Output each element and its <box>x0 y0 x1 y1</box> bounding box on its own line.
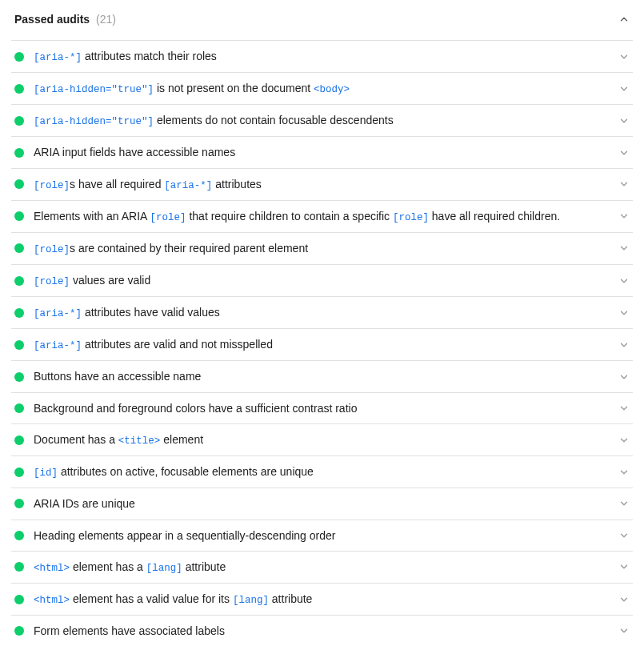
code-token: [role] <box>34 180 70 191</box>
chevron-down-icon <box>618 371 630 383</box>
status-pass-icon <box>14 148 24 158</box>
audit-description: Form elements have associated labels <box>34 623 609 639</box>
chevron-up-icon <box>618 14 630 25</box>
chevron-down-icon <box>618 147 630 158</box>
audit-item[interactable]: Document has a <title> element <box>11 424 633 456</box>
audit-list: [aria-*] attributes match their roles[ar… <box>11 40 633 646</box>
status-pass-icon <box>14 116 24 126</box>
audit-item[interactable]: ARIA input fields have accessible names <box>11 137 633 168</box>
code-token: [lang] <box>233 595 269 606</box>
code-token: [aria-*] <box>34 340 82 351</box>
code-token: [id] <box>34 467 58 479</box>
audit-description: [aria-hidden="true"] elements do not con… <box>34 112 609 129</box>
code-token: [role] <box>393 212 429 223</box>
audit-item[interactable]: [role]s are contained by their required … <box>11 233 633 265</box>
chevron-down-icon <box>618 625 630 636</box>
audit-description: Elements with an ARIA [role] that requir… <box>34 208 609 225</box>
code-token: <title> <box>118 435 161 447</box>
chevron-down-icon <box>618 307 630 319</box>
audit-item[interactable]: [aria-*] attributes match their roles <box>11 41 633 73</box>
code-token: [aria-hidden="true"] <box>34 84 154 95</box>
passed-audits-header[interactable]: Passed audits (21) <box>11 6 633 40</box>
chevron-down-icon <box>618 435 630 446</box>
audit-item[interactable]: [role] values are valid <box>11 265 633 297</box>
code-token: [aria-*] <box>34 52 82 63</box>
status-pass-icon <box>14 276 24 286</box>
audit-item[interactable]: Elements with an ARIA [role] that requir… <box>11 201 633 233</box>
audit-description: [id] attributes on active, focusable ele… <box>34 463 609 480</box>
audit-item[interactable]: [aria-hidden="true"] elements do not con… <box>11 105 633 137</box>
audit-description: [role]s are contained by their required … <box>34 240 609 257</box>
audit-description: [aria-*] attributes match their roles <box>34 48 609 65</box>
audit-description: Document has a <title> element <box>34 431 609 448</box>
chevron-down-icon <box>618 275 630 287</box>
status-pass-icon <box>14 308 24 318</box>
chevron-down-icon <box>618 467 630 478</box>
code-token: [role] <box>34 244 70 255</box>
audit-description: ARIA input fields have accessible names <box>34 144 609 160</box>
status-pass-icon <box>14 562 24 572</box>
code-token: [aria-*] <box>34 308 82 319</box>
chevron-down-icon <box>618 498 630 509</box>
status-pass-icon <box>14 84 24 94</box>
audit-item[interactable]: <html> element has a valid value for its… <box>11 584 633 616</box>
status-pass-icon <box>14 435 24 445</box>
audit-item[interactable]: [aria-*] attributes are valid and not mi… <box>11 329 633 361</box>
status-pass-icon <box>14 499 24 508</box>
audit-description: <html> element has a valid value for its… <box>34 591 609 608</box>
status-pass-icon <box>14 626 24 636</box>
chevron-down-icon <box>618 561 630 572</box>
code-token: [role] <box>150 212 186 223</box>
chevron-down-icon <box>618 51 630 62</box>
audit-item[interactable]: [id] attributes on active, focusable ele… <box>11 456 633 488</box>
chevron-down-icon <box>618 83 630 94</box>
audit-description: Background and foreground colors have a … <box>34 400 609 416</box>
audit-item[interactable]: [aria-*] attributes have valid values <box>11 297 633 329</box>
audit-item[interactable]: [aria-hidden="true"] is not present on t… <box>11 73 633 105</box>
audit-description: [role]s have all required [aria-*] attri… <box>34 176 609 193</box>
audit-description: [aria-hidden="true"] is not present on t… <box>34 80 609 97</box>
audit-description: Buttons have an accessible name <box>34 368 609 384</box>
audit-description: [aria-*] attributes have valid values <box>34 304 609 321</box>
audit-item[interactable]: Background and foreground colors have a … <box>11 393 633 424</box>
audit-description: Heading elements appear in a sequentiall… <box>34 528 609 544</box>
status-pass-icon <box>14 340 24 350</box>
status-pass-icon <box>14 531 24 540</box>
chevron-down-icon <box>618 339 630 351</box>
audit-description: <html> element has a [lang] attribute <box>34 559 609 576</box>
code-token: [aria-*] <box>164 180 212 191</box>
chevron-down-icon <box>618 594 630 605</box>
status-pass-icon <box>14 179 24 189</box>
code-token: [role] <box>34 276 70 287</box>
header-title: Passed audits <box>14 13 90 26</box>
status-pass-icon <box>14 211 24 221</box>
audit-item[interactable]: Buttons have an accessible name <box>11 361 633 392</box>
code-token: <html> <box>34 563 70 574</box>
status-pass-icon <box>14 243 24 253</box>
status-pass-icon <box>14 595 24 604</box>
audit-item[interactable]: <html> element has a [lang] attribute <box>11 552 633 584</box>
code-token: [lang] <box>146 563 182 574</box>
code-token: [aria-hidden="true"] <box>34 116 154 127</box>
chevron-down-icon <box>618 115 630 126</box>
audit-description: [role] values are valid <box>34 272 609 289</box>
audit-item[interactable]: [role]s have all required [aria-*] attri… <box>11 169 633 201</box>
chevron-down-icon <box>618 179 630 190</box>
audit-item[interactable]: ARIA IDs are unique <box>11 488 633 520</box>
chevron-down-icon <box>618 530 630 541</box>
audit-description: ARIA IDs are unique <box>34 496 609 512</box>
audit-item[interactable]: Form elements have associated labels <box>11 616 633 646</box>
status-pass-icon <box>14 467 24 477</box>
status-pass-icon <box>14 372 24 382</box>
chevron-down-icon <box>618 211 630 222</box>
header-count: (21) <box>96 13 116 26</box>
status-pass-icon <box>14 52 24 62</box>
audit-description: [aria-*] attributes are valid and not mi… <box>34 336 609 353</box>
code-token: <html> <box>34 595 70 606</box>
status-pass-icon <box>14 403 24 413</box>
code-token: <body> <box>314 84 350 95</box>
audit-item[interactable]: Heading elements appear in a sequentiall… <box>11 520 633 552</box>
chevron-down-icon <box>618 403 630 414</box>
chevron-down-icon <box>618 243 630 254</box>
